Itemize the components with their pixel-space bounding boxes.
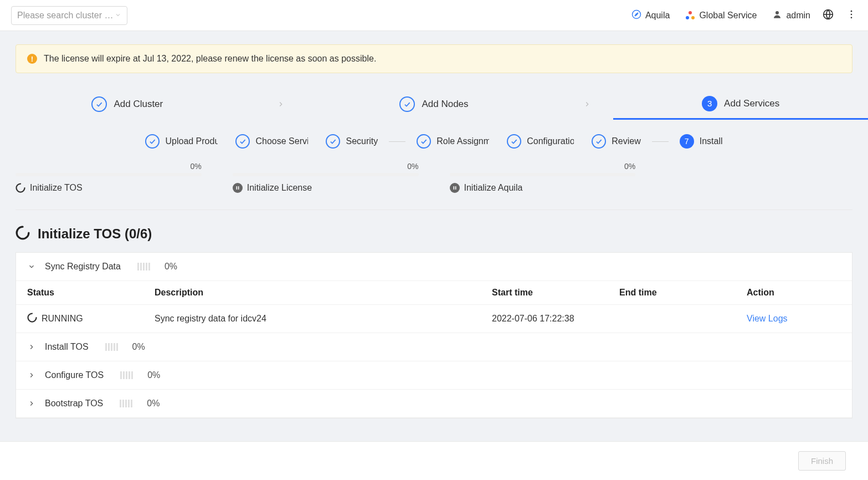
step-label: Add Cluster xyxy=(114,99,163,110)
progress-percent: 0% xyxy=(407,162,418,171)
step-add-services[interactable]: 3 Add Services xyxy=(613,89,868,120)
substep-label: Role Assignm xyxy=(436,136,489,146)
header-user-label: admin xyxy=(786,11,810,21)
substep-label: Install xyxy=(700,136,723,146)
progress-cell-empty xyxy=(651,162,868,193)
group-name: Install TOS xyxy=(45,342,89,352)
chevron-right-icon xyxy=(561,98,613,111)
group-percent: 0% xyxy=(132,342,145,352)
chevron-right-icon xyxy=(27,400,36,407)
col-description: Description xyxy=(155,288,492,298)
substep-label: Security xyxy=(346,136,378,146)
progress-row: 0% Initialize TOS 0% Initialize License … xyxy=(0,162,868,193)
step-add-nodes[interactable]: Add Nodes xyxy=(307,89,562,120)
substep-label: Choose Servi xyxy=(255,136,308,146)
compass-icon xyxy=(631,9,641,22)
top-header: Please search cluster … Aquila Global Se… xyxy=(0,0,868,31)
substep-role-assign[interactable]: Role Assignm xyxy=(410,134,496,149)
header-global-service-link[interactable]: Global Service xyxy=(685,11,757,21)
user-icon xyxy=(772,9,782,22)
chevron-right-icon xyxy=(255,98,307,111)
substep-upload-product[interactable]: Upload Produ xyxy=(138,134,224,149)
group-configure-tos[interactable]: Configure TOS 0% xyxy=(16,361,852,390)
connector-line xyxy=(389,141,405,142)
main-content: ! The license will expire at Jul 13, 202… xyxy=(0,44,868,418)
substep-install[interactable]: 7 Install xyxy=(673,134,730,149)
task-panel: Sync Registry Data 0% Status Description… xyxy=(16,252,852,418)
mini-progress-icon xyxy=(137,263,150,270)
chevron-right-icon xyxy=(27,343,36,351)
group-percent: 0% xyxy=(147,399,160,408)
col-end-time: End time xyxy=(619,288,747,298)
group-percent: 0% xyxy=(147,370,160,380)
group-name: Bootstrap TOS xyxy=(45,399,103,408)
check-icon xyxy=(235,134,250,149)
group-percent: 0% xyxy=(165,262,177,272)
header-aquila-label: Aquila xyxy=(645,11,670,21)
group-bootstrap-tos[interactable]: Bootstrap TOS 0% xyxy=(16,390,852,418)
svg-rect-14 xyxy=(455,186,456,190)
table-header: Status Description Start time End time A… xyxy=(16,281,852,305)
substep-label: Upload Produ xyxy=(165,136,218,146)
row-description: Sync registry data for idcv24 xyxy=(155,314,492,324)
view-logs-link[interactable]: View Logs xyxy=(747,314,788,323)
svg-rect-13 xyxy=(453,186,454,190)
alert-text: The license will expire at Jul 13, 2022,… xyxy=(44,54,376,64)
mini-progress-icon xyxy=(105,343,118,351)
substep-configuration[interactable]: Configuration xyxy=(500,134,581,149)
svg-point-4 xyxy=(691,16,695,19)
header-user-menu[interactable]: admin xyxy=(772,9,810,22)
progress-initialize-aquila: 0% Initialize Aquila xyxy=(434,162,651,193)
check-icon xyxy=(417,134,431,149)
progress-label: Initialize Aquila xyxy=(464,183,523,193)
header-global-label: Global Service xyxy=(699,11,757,21)
progress-label: Initialize TOS xyxy=(30,183,83,193)
col-status: Status xyxy=(27,288,155,298)
cluster-search-placeholder: Please search cluster … xyxy=(17,11,113,21)
finish-button[interactable]: Finish xyxy=(798,451,846,471)
section-title-row: Initialize TOS (0/6) xyxy=(0,210,868,252)
substep-label: Review xyxy=(612,136,640,146)
chevron-down-icon xyxy=(27,263,36,270)
check-icon xyxy=(145,134,160,149)
chevron-down-icon xyxy=(115,11,121,21)
pause-icon xyxy=(450,183,460,193)
progress-percent: 0% xyxy=(624,162,635,171)
svg-point-8 xyxy=(851,10,852,12)
spinner-icon xyxy=(16,226,30,242)
group-install-tos[interactable]: Install TOS 0% xyxy=(16,333,852,361)
connector-line xyxy=(652,141,669,142)
mini-progress-icon xyxy=(120,400,132,407)
svg-rect-12 xyxy=(238,186,239,190)
substep-security[interactable]: Security xyxy=(319,134,384,149)
substep-review[interactable]: Review xyxy=(585,134,647,149)
step-number: 3 xyxy=(702,96,717,111)
check-icon xyxy=(592,134,606,149)
svg-point-10 xyxy=(851,17,852,18)
group-name: Sync Registry Data xyxy=(45,262,121,272)
substep-choose-service[interactable]: Choose Servi xyxy=(229,134,315,149)
step-add-cluster[interactable]: Add Cluster xyxy=(0,89,255,120)
progress-initialize-tos: 0% Initialize TOS xyxy=(0,162,217,193)
mini-progress-icon xyxy=(120,371,133,379)
svg-point-3 xyxy=(686,16,689,19)
row-start-time: 2022-07-06 17:22:38 xyxy=(492,314,619,324)
license-alert: ! The license will expire at Jul 13, 202… xyxy=(16,44,852,73)
check-icon xyxy=(326,134,340,149)
substep-number: 7 xyxy=(680,134,694,149)
sub-steps-nav: Upload Produ Choose Servi Security Role … xyxy=(0,134,868,152)
header-more-button[interactable] xyxy=(846,9,857,22)
spinner-icon xyxy=(16,183,25,193)
step-label: Add Services xyxy=(724,98,779,109)
header-aquila-link[interactable]: Aquila xyxy=(631,9,670,22)
check-icon xyxy=(91,96,107,112)
substep-label: Configuration xyxy=(527,136,574,146)
step-label: Add Nodes xyxy=(422,99,468,110)
group-name: Configure TOS xyxy=(45,370,104,380)
header-language-button[interactable] xyxy=(823,9,834,22)
cluster-search-select[interactable]: Please search cluster … xyxy=(11,6,127,25)
row-status: RUNNING xyxy=(42,314,83,324)
pause-icon xyxy=(233,183,243,193)
section-title: Initialize TOS (0/6) xyxy=(38,226,152,242)
group-sync-registry-data[interactable]: Sync Registry Data 0% xyxy=(16,253,852,281)
